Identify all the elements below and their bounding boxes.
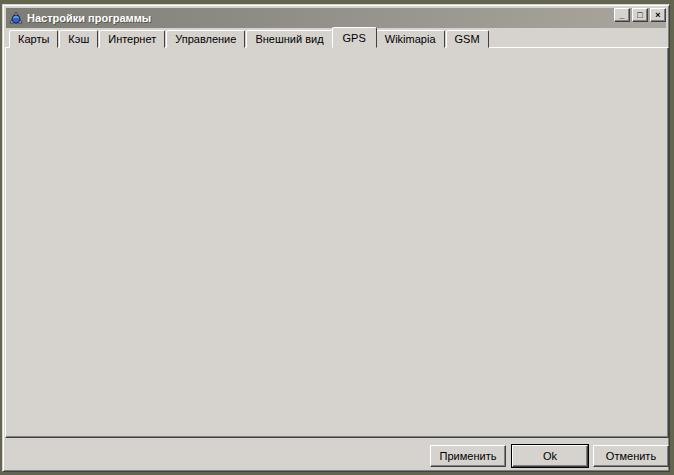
tab-strip: Карты Кэш Интернет Управление Внешний ви… xyxy=(9,27,490,48)
close-button[interactable]: × xyxy=(650,8,666,22)
tab-control[interactable]: Управление xyxy=(166,30,245,48)
tab-appearance[interactable]: Внешний вид xyxy=(246,30,332,48)
cancel-button[interactable]: Отменить xyxy=(593,445,669,467)
minimize-button[interactable]: _ xyxy=(614,8,630,22)
tab-gsm[interactable]: GSM xyxy=(446,30,489,48)
tab-wikimapia[interactable]: Wikimapia xyxy=(376,30,445,48)
maximize-button[interactable]: □ xyxy=(632,8,648,22)
tab-cache[interactable]: Кэш xyxy=(59,30,98,48)
window-title: Настройки программы xyxy=(27,12,151,24)
app-icon xyxy=(9,11,23,25)
apply-button[interactable]: Применить xyxy=(430,445,506,467)
ok-button[interactable]: Ok xyxy=(512,445,588,467)
tab-maps[interactable]: Карты xyxy=(9,30,58,48)
gps-tab-page xyxy=(5,47,669,438)
title-bar: Настройки программы xyxy=(6,8,666,28)
settings-window: Настройки программы _ □ × Карты Кэш Инте… xyxy=(2,4,670,472)
tab-internet[interactable]: Интернет xyxy=(99,30,165,48)
tab-gps[interactable]: GPS xyxy=(332,27,377,48)
